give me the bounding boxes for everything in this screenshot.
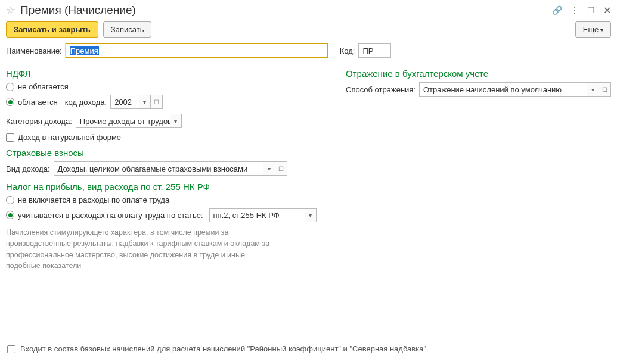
window-title: Премия (Начисление)	[20, 4, 552, 17]
more-button[interactable]: Еще	[575, 21, 611, 38]
ndfl-not-taxed-label: не облагается	[18, 82, 69, 91]
profit-article-hint: Начисления стимулирующего характера, в т…	[6, 227, 280, 272]
accounting-method-open-icon[interactable]: ☐	[599, 82, 611, 97]
profit-not-included-radio[interactable]	[6, 196, 14, 204]
income-code-label: код дохода:	[65, 98, 107, 107]
maximize-icon[interactable]: ☐	[587, 5, 595, 15]
insurance-type-input[interactable]: Доходы, целиком облагаемые страховыми вз…	[54, 161, 263, 176]
income-category-input[interactable]: Прочие доходы от трудов	[76, 114, 170, 128]
income-category-dropdown-icon[interactable]: ▾	[170, 114, 182, 128]
insurance-type-open-icon[interactable]: ☐	[275, 161, 287, 176]
ndfl-taxed-label: облагается	[18, 98, 58, 107]
profit-article-input[interactable]: пп.2, ст.255 НК РФ	[209, 208, 305, 222]
income-category-label: Категория дохода:	[6, 117, 72, 126]
base-accruals-checkbox[interactable]	[7, 345, 15, 353]
ndfl-not-taxed-radio[interactable]	[6, 83, 14, 91]
insurance-type-dropdown-icon[interactable]: ▾	[263, 161, 275, 176]
accounting-method-dropdown-icon[interactable]: ▾	[587, 82, 599, 97]
insurance-section-title: Страховые взносы	[6, 148, 328, 158]
name-input[interactable]: Премия	[66, 43, 328, 58]
code-input[interactable]: ПР	[358, 43, 391, 58]
code-label: Код:	[340, 46, 355, 55]
accounting-section-title: Отражение в бухгалтерском учете	[346, 69, 611, 79]
favorite-star-icon[interactable]: ☆	[6, 4, 15, 17]
ndfl-section-title: НДФЛ	[6, 69, 328, 79]
income-code-dropdown-icon[interactable]: ▾	[139, 95, 151, 109]
base-accruals-label: Входит в состав базовых начислений для р…	[20, 344, 426, 353]
name-label: Наименование:	[6, 46, 62, 55]
income-code-input[interactable]: 2002	[110, 95, 139, 109]
accounting-method-input[interactable]: Отражение начислений по умолчанию	[419, 82, 587, 97]
profit-tax-section-title: Налог на прибыль, вид расхода по ст. 255…	[6, 182, 328, 192]
ndfl-taxed-radio[interactable]	[6, 98, 14, 106]
profit-included-label: учитывается в расходах на оплату труда п…	[18, 211, 203, 220]
insurance-type-label: Вид дохода:	[6, 164, 50, 173]
accounting-method-label: Способ отражения:	[346, 85, 416, 94]
link-icon[interactable]: 🔗	[552, 5, 562, 15]
natural-form-checkbox[interactable]	[6, 133, 14, 142]
close-icon[interactable]: ✕	[603, 5, 611, 16]
profit-article-dropdown-icon[interactable]: ▾	[305, 208, 317, 222]
profit-not-included-label: не включается в расходы по оплате труда	[18, 195, 169, 204]
natural-form-label: Доход в натуральной форме	[18, 133, 121, 142]
save-and-close-button[interactable]: Записать и закрыть	[6, 21, 98, 38]
income-code-open-icon[interactable]: ☐	[151, 95, 163, 109]
save-button[interactable]: Записать	[103, 21, 152, 38]
profit-included-radio[interactable]	[6, 211, 14, 219]
kebab-menu-icon[interactable]: ⋮	[571, 5, 579, 15]
